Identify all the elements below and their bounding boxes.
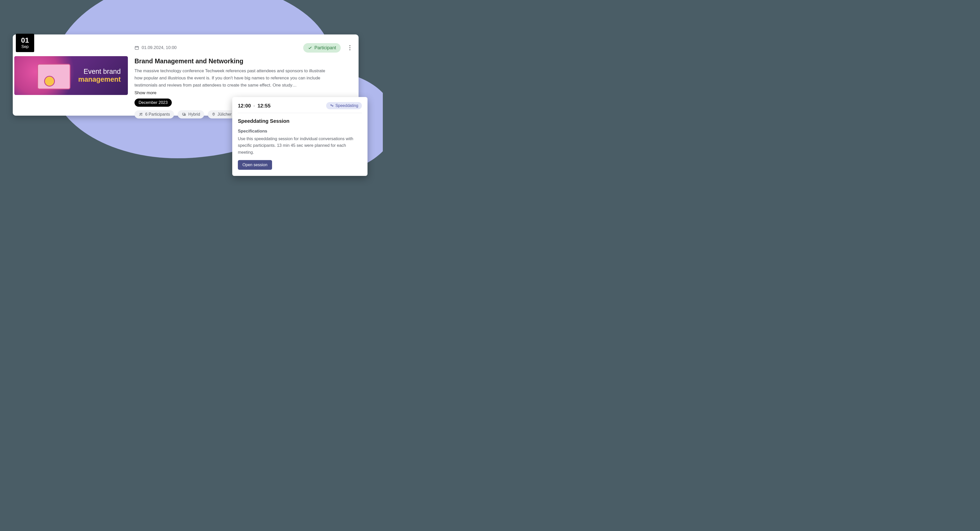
mode-pill[interactable]: Hybrid (178, 110, 204, 118)
session-card: 12:00 - 12:55 Speeddating Speeddating Se… (232, 97, 368, 176)
more-menu-button[interactable] (344, 41, 353, 54)
speeddating-icon (330, 104, 334, 108)
event-image-title-line1: Event brand (78, 68, 121, 76)
session-time-start: 12:00 (238, 103, 251, 108)
participants-text: 6 Participants (145, 112, 170, 116)
session-header: 12:00 - 12:55 Speeddating (238, 102, 362, 113)
spec-label: Specifications (238, 129, 362, 134)
participant-badge-label: Participant (314, 45, 336, 51)
participant-badge: Participant (303, 43, 341, 53)
date-month: Sep (21, 45, 29, 49)
mode-text: Hybrid (188, 112, 200, 116)
session-times: 12:00 - 12:55 (238, 103, 270, 109)
location-pin-icon (212, 112, 215, 116)
session-time-end: 12:55 (258, 103, 270, 108)
participants-pill[interactable]: 6 Participants (135, 110, 174, 118)
event-tag[interactable]: December 2023 (135, 99, 172, 107)
event-datetime-text: 01.09.2024, 10:00 (142, 45, 177, 50)
event-description: The massive technology conference Techwe… (135, 67, 334, 89)
event-title: Brand Management and Networking (135, 57, 353, 65)
event-image: Event brand management (14, 56, 128, 95)
event-image-title-line2: management (78, 76, 121, 83)
date-badge: 01 Sep (16, 34, 34, 52)
svg-point-7 (332, 105, 333, 107)
svg-point-2 (142, 113, 142, 114)
svg-point-6 (331, 104, 331, 105)
session-title: Speeddating Session (238, 118, 362, 124)
check-icon (308, 45, 312, 50)
svg-point-1 (140, 113, 141, 114)
svg-point-5 (213, 113, 214, 114)
svg-rect-0 (135, 46, 138, 49)
session-type-label: Speeddating (335, 104, 358, 108)
event-datetime: 01.09.2024, 10:00 (135, 45, 177, 50)
session-type-badge: Speeddating (326, 102, 362, 109)
hybrid-icon (182, 112, 186, 116)
open-session-button[interactable]: Open session (238, 160, 272, 170)
people-icon (138, 112, 143, 116)
calendar-icon (135, 45, 139, 50)
show-more-link[interactable]: Show more (135, 90, 353, 96)
spec-text: Use this speeddating session for individ… (238, 135, 362, 155)
date-day: 01 (21, 37, 29, 44)
